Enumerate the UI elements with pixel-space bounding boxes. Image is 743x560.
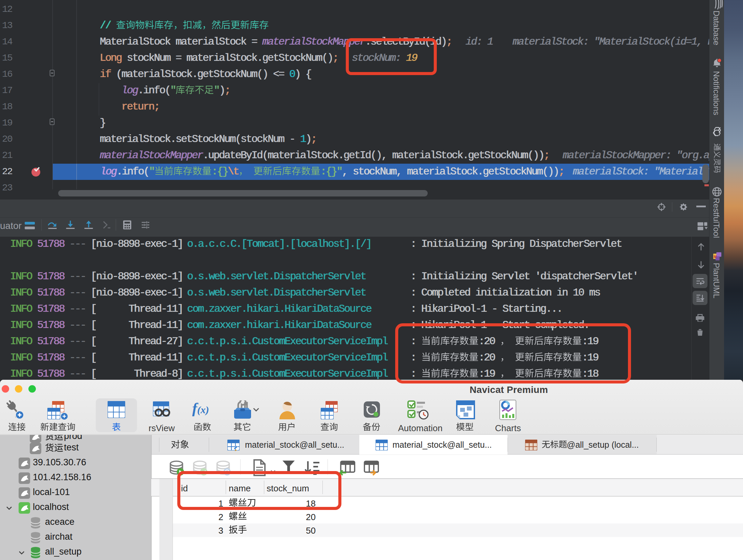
svg-text:M: M xyxy=(714,255,717,259)
